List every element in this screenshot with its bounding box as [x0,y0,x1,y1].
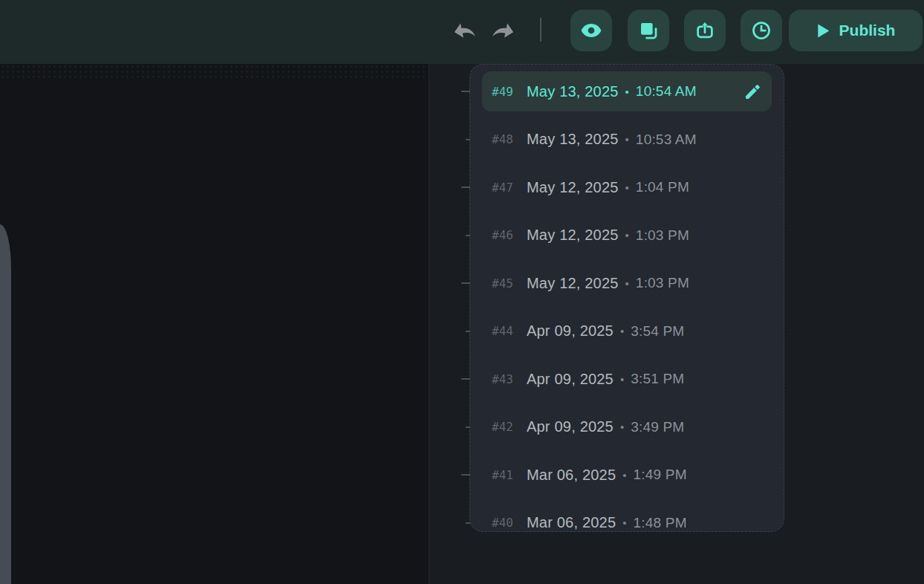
share-icon [694,19,716,42]
version-time: 3:54 PM [631,323,684,340]
version-row[interactable]: #40 Mar 06, 2025 • 1:48 PM [482,503,772,533]
version-time: 1:03 PM [636,275,689,291]
version-date: May 13, 2025 [527,83,619,100]
version-row[interactable]: #47 May 12, 2025 • 1:04 PM [482,167,772,207]
version-date: Mar 06, 2025 [527,514,616,531]
preview-button[interactable] [570,10,612,51]
undo-button[interactable] [450,16,477,43]
version-row[interactable]: #43 Apr 09, 2025 • 3:51 PM [482,359,772,399]
version-number: #40 [492,516,527,530]
version-date: May 12, 2025 [527,179,619,196]
version-time: 3:51 PM [631,371,684,387]
version-number: #43 [492,372,527,386]
version-row[interactable]: #44 Apr 09, 2025 • 3:54 PM [482,311,772,351]
version-row[interactable]: #49 May 13, 2025 • 10:54 AM [482,71,772,111]
separator-dot: • [620,421,624,433]
duplicate-button[interactable] [628,10,669,51]
share-button[interactable] [684,10,726,51]
version-time: 1:03 PM [636,227,689,244]
version-date: Mar 06, 2025 [527,467,616,484]
version-number: #41 [492,468,527,482]
version-date: Apr 09, 2025 [527,418,614,435]
canvas-frame-edge [0,224,11,584]
version-time: 1:04 PM [636,179,689,195]
version-number: #44 [492,324,527,338]
version-time: 3:49 PM [631,419,684,435]
separator-dot: • [622,516,626,529]
version-time: 1:48 PM [634,515,687,531]
duplicate-icon [637,19,660,42]
version-row[interactable]: #46 May 12, 2025 • 1:03 PM [482,215,772,256]
editor-canvas [0,64,429,584]
redo-button[interactable] [490,16,517,43]
history-button[interactable] [741,10,782,51]
toolbar-divider [540,18,541,42]
edit-pencil-icon[interactable] [744,82,762,101]
version-number: #47 [492,181,527,195]
version-number: #48 [492,132,527,146]
version-time: 10:53 AM [636,132,697,148]
separator-dot: • [625,229,629,241]
history-clock-icon [750,19,772,42]
version-number: #45 [492,276,527,291]
version-row[interactable]: #41 Mar 06, 2025 • 1:49 PM [482,455,772,495]
separator-dot: • [625,85,629,98]
version-time: 1:49 PM [634,467,687,483]
version-number: #42 [492,420,527,434]
play-icon [816,23,830,39]
version-date: May 13, 2025 [527,131,619,148]
version-number: #49 [492,85,527,99]
version-number: #46 [492,228,527,242]
separator-dot: • [625,181,629,194]
undo-icon [450,17,477,43]
separator-dot: • [622,469,626,481]
redo-icon [490,17,517,43]
separator-dot: • [625,133,629,146]
version-time: 10:54 AM [636,83,697,100]
version-history-panel: #49 May 13, 2025 • 10:54 AM #48 May 13, … [469,64,784,532]
separator-dot: • [620,373,624,386]
version-date: May 12, 2025 [527,227,619,244]
publish-button[interactable]: Publish [789,10,923,51]
preview-eye-icon [580,19,602,42]
version-row[interactable]: #42 Apr 09, 2025 • 3:49 PM [482,407,772,447]
top-toolbar: Publish [0,0,924,64]
version-row[interactable]: #48 May 13, 2025 • 10:53 AM [482,120,772,160]
publish-label: Publish [839,22,896,39]
separator-dot: • [625,277,629,290]
version-date: May 12, 2025 [527,275,619,292]
separator-dot: • [620,325,624,337]
version-date: Apr 09, 2025 [527,371,614,388]
version-date: Apr 09, 2025 [527,322,614,340]
version-row[interactable]: #45 May 12, 2025 • 1:03 PM [482,263,772,303]
